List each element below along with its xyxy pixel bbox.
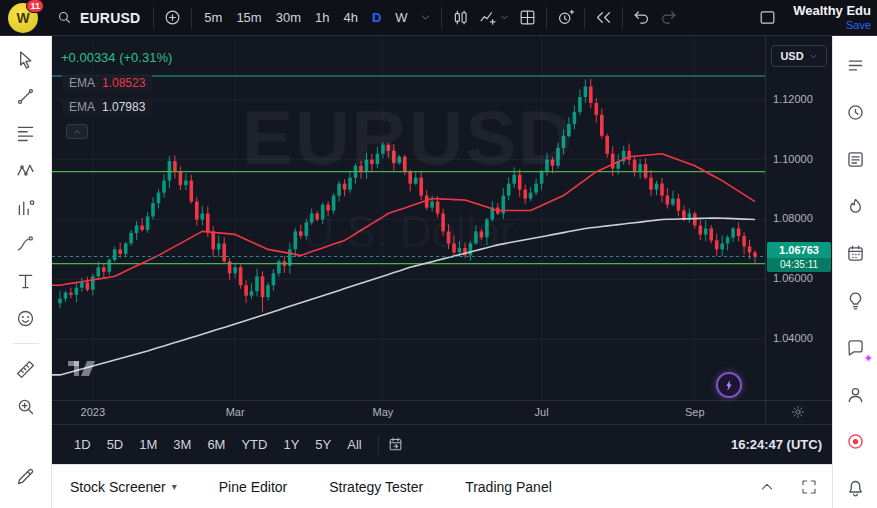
price-axis-label: 1.10000	[773, 153, 813, 165]
time-axis-label: Sep	[685, 406, 705, 418]
brush-icon	[15, 234, 36, 255]
range-1y-button[interactable]: 1Y	[275, 432, 307, 457]
symbol-name: EURUSD	[80, 10, 140, 26]
panel-tab-strategy-tester[interactable]: Strategy Tester	[329, 479, 423, 495]
watchlist-button[interactable]	[838, 50, 872, 80]
panel-tab-stock-screener[interactable]: Stock Screener▾	[70, 479, 177, 495]
price-chart-canvas[interactable]	[52, 36, 765, 400]
undo-button[interactable]	[628, 4, 655, 31]
currency-toggle-button[interactable]: USD	[771, 45, 827, 67]
xabcd-pattern-icon	[15, 160, 36, 181]
interval-d-button[interactable]: D	[365, 5, 388, 30]
collapse-legend-button[interactable]	[66, 124, 88, 139]
range-button-group: 1D5D1M3M6MYTD1Y5YAll	[66, 432, 370, 457]
live-streams-button[interactable]	[838, 426, 872, 456]
price-axis[interactable]: USD 1.120001.100001.080001.060001.04000 …	[765, 36, 832, 424]
indicators-button[interactable]	[474, 4, 514, 31]
range-3m-button[interactable]: 3M	[165, 432, 199, 457]
forecast-icon	[15, 197, 36, 218]
right-toolbar: ✦	[832, 36, 877, 508]
forecast-tool-button[interactable]	[9, 192, 43, 222]
symbol-search-button[interactable]: EURUSD	[48, 5, 148, 30]
expand-panel-button[interactable]	[758, 478, 776, 496]
emoji-icon	[15, 308, 36, 329]
compare-add-button[interactable]	[159, 4, 186, 31]
calendar-icon	[845, 243, 866, 264]
text-tool-button[interactable]	[9, 266, 43, 296]
fib-retracement-tool-button[interactable]	[9, 118, 43, 148]
interval-15m-button[interactable]: 15m	[229, 5, 268, 30]
range-all-button[interactable]: All	[339, 432, 369, 457]
range-ytd-button[interactable]: YTD	[233, 432, 275, 457]
panel-tab-label: Strategy Tester	[329, 479, 423, 495]
window-icon	[758, 8, 777, 27]
interval-5m-button[interactable]: 5m	[197, 5, 229, 30]
range-1m-button[interactable]: 1M	[131, 432, 165, 457]
divider	[153, 7, 154, 29]
pencil-icon	[15, 466, 36, 487]
alerts-button[interactable]	[838, 97, 872, 127]
calendar-button[interactable]	[838, 238, 872, 268]
panel-tab-trading-panel[interactable]: Trading Panel	[465, 479, 552, 495]
maximize-icon	[800, 478, 818, 496]
divider	[546, 7, 547, 29]
zoom-tool-button[interactable]	[9, 391, 43, 421]
utc-clock[interactable]: 16:24:47 (UTC)	[731, 437, 822, 452]
ema-fast-legend[interactable]: EMA 1.08523	[62, 74, 152, 92]
alert-clock-icon	[556, 8, 575, 27]
pattern-tool-button[interactable]	[9, 155, 43, 185]
drawing-toolbar	[0, 36, 52, 508]
undo-icon	[632, 8, 651, 27]
bell-icon	[845, 478, 866, 499]
bottom-panel: Stock Screener▾Pine EditorStrategy Teste…	[52, 464, 832, 508]
support-button[interactable]	[838, 379, 872, 409]
range-1d-button[interactable]: 1D	[66, 432, 99, 457]
price-axis-label: 1.12000	[773, 93, 813, 105]
quick-trade-badge[interactable]	[716, 372, 742, 398]
indicators-icon	[478, 8, 497, 27]
chat-button[interactable]: ✦	[838, 332, 872, 362]
hotlists-button[interactable]	[838, 191, 872, 221]
news-button[interactable]	[838, 144, 872, 174]
maximize-panel-button[interactable]	[800, 478, 818, 496]
bar-replay-button[interactable]	[590, 4, 617, 31]
interval-group: 5m15m30m1h4hDW	[197, 5, 414, 30]
currency-label: USD	[780, 50, 803, 62]
interval-30m-button[interactable]: 30m	[269, 5, 308, 30]
layout-grid-button[interactable]	[514, 4, 541, 31]
tradingview-logo[interactable]	[64, 356, 100, 384]
measure-tool-button[interactable]	[9, 354, 43, 384]
go-to-date-button[interactable]	[387, 436, 404, 453]
redo-button[interactable]	[655, 4, 682, 31]
ideas-button[interactable]	[838, 285, 872, 315]
time-axis[interactable]: 2023MarMayJulSep	[52, 400, 832, 424]
save-link[interactable]: Save	[846, 19, 871, 31]
brush-tool-button[interactable]	[9, 229, 43, 259]
emoji-tool-button[interactable]	[9, 303, 43, 333]
account-info[interactable]: Wealthy Edu Save	[787, 4, 871, 30]
cursor-tool-button[interactable]	[9, 44, 43, 74]
edit-notes-button[interactable]	[9, 461, 43, 491]
ema-value: 1.08523	[102, 76, 145, 90]
create-alert-button[interactable]	[552, 4, 579, 31]
range-5d-button[interactable]: 5D	[99, 432, 132, 457]
replay-icon	[594, 8, 613, 27]
trend-line-tool-button[interactable]	[9, 81, 43, 111]
interval-dropdown-button[interactable]	[415, 7, 436, 28]
calendar-goto-icon	[387, 436, 404, 453]
range-5y-button[interactable]: 5Y	[307, 432, 339, 457]
account-name: Wealthy Edu	[793, 4, 871, 18]
chart-style-button[interactable]	[447, 4, 474, 31]
save-layout-button[interactable]	[754, 4, 781, 31]
notifications-button[interactable]	[838, 473, 872, 503]
interval-4h-button[interactable]: 4h	[336, 5, 364, 30]
panel-tab-pine-editor[interactable]: Pine Editor	[219, 479, 287, 495]
chevron-down-icon	[499, 12, 510, 23]
range-6m-button[interactable]: 6M	[199, 432, 233, 457]
interval-1h-button[interactable]: 1h	[308, 5, 336, 30]
ema-slow-legend[interactable]: EMA 1.07983	[62, 98, 152, 116]
interval-w-button[interactable]: W	[388, 5, 414, 30]
divider	[584, 7, 585, 29]
divider	[441, 7, 442, 29]
app-logo[interactable]: W 11	[8, 3, 38, 33]
